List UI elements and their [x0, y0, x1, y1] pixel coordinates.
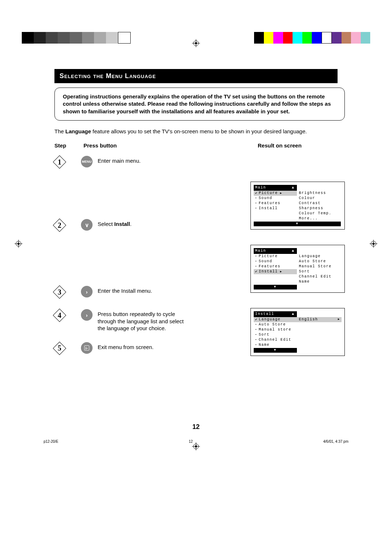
osd-menu-install-language: Install▲ LanguageEnglish▶ Auto Store Man…: [250, 308, 345, 356]
step-number-marker: 4: [53, 308, 66, 322]
registration-mark-icon: [192, 442, 200, 450]
footer-mid: 12: [189, 439, 193, 443]
intro-note: Operating instructions generally explain…: [54, 88, 345, 121]
printer-color-bar-color: [254, 32, 370, 44]
info-button-icon: i+: [81, 342, 93, 354]
menu-button-icon: MENU: [81, 156, 93, 167]
step-number-marker: 1: [53, 155, 66, 169]
step-number: 1: [53, 155, 66, 169]
header-press: Press button: [83, 142, 192, 149]
header-result: Result on screen: [258, 142, 348, 149]
osd-menu-main-install: Main▲ PictureLanguage SoundAuto Store Fe…: [250, 245, 345, 293]
step-instruction: Select Install.: [98, 216, 185, 228]
step-number: 3: [53, 285, 66, 299]
section-title: Selecting the Menu Language: [54, 69, 338, 83]
column-headers: Step Press button Result on screen: [54, 142, 348, 149]
step-instruction: Enter the Install menu.: [98, 283, 185, 295]
footer-right: 4/6/01, 4:37 pm: [323, 439, 349, 443]
footer-left: p12-20/E: [44, 439, 58, 443]
step-row: 1 MENU Enter main menu.: [53, 153, 348, 169]
page-content: Selecting the Menu Language Operating in…: [33, 69, 359, 359]
osd-screens: Main▲ PictureBrightness SoundColour Feat…: [250, 182, 345, 371]
registration-mark-icon: [15, 240, 23, 248]
print-footer: p12-20/E 12 4/6/01, 4:37 pm: [44, 439, 348, 443]
step-number: 5: [53, 341, 66, 355]
printer-color-bar-grayscale: [22, 32, 131, 44]
step-instruction: Press button repeatedly to cycle through…: [98, 306, 185, 332]
down-button-icon: ∨: [81, 219, 93, 231]
right-button-icon: ›: [81, 309, 93, 321]
header-step: Step: [54, 142, 83, 149]
right-button-icon: ›: [81, 286, 93, 297]
registration-mark-icon: [369, 240, 377, 248]
step-number-marker: 3: [53, 285, 66, 299]
feature-description: The Language feature allows you to set t…: [54, 128, 345, 135]
step-instruction: Enter main menu.: [98, 153, 185, 165]
step-number-marker: 5: [53, 341, 66, 355]
text: feature allows you to set the TV's on-sc…: [91, 128, 307, 134]
step-number: 4: [53, 308, 66, 322]
text: The: [54, 128, 65, 134]
page-number: 12: [192, 423, 200, 431]
step-instruction: Exit menu from screen.: [98, 339, 185, 351]
step-number: 2: [53, 218, 66, 232]
registration-mark-icon: [192, 39, 200, 47]
step-number-marker: 2: [53, 218, 66, 232]
osd-menu-main-picture: Main▲ PictureBrightness SoundColour Feat…: [250, 182, 345, 230]
text-bold: Language: [65, 128, 91, 134]
